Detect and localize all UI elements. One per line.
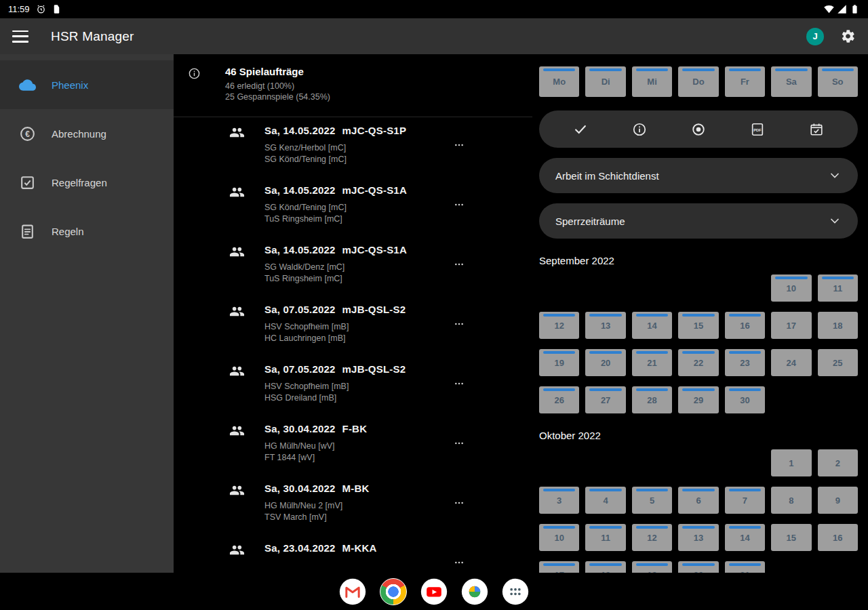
calendar-day-button[interactable]: 20	[585, 349, 625, 376]
calendar-day-button[interactable]: 22	[678, 349, 718, 376]
calendar-day-button[interactable]: 18	[585, 561, 625, 573]
calendar-day-button[interactable]: 15	[678, 312, 718, 339]
calendar-day-button[interactable]: 12	[632, 524, 672, 551]
calendar-day-label: 15	[694, 321, 703, 331]
calendar-day-label: 28	[647, 395, 656, 405]
info-icon[interactable]	[632, 122, 647, 137]
game-list-item[interactable]: Sa, 07.05.2022mJB-QSL-S2HSV Schopfheim […	[174, 356, 539, 415]
overflow-menu-icon[interactable]	[452, 199, 467, 210]
group-icon	[229, 542, 245, 558]
calendar-check-icon[interactable]	[809, 122, 824, 137]
calendar-day-button[interactable]: 21	[725, 561, 765, 573]
calendar-day-label: 10	[554, 533, 564, 543]
calendar-day-button[interactable]: 6	[678, 487, 718, 514]
weekday-button-sa[interactable]: Sa	[771, 66, 811, 97]
game-list-item[interactable]: Sa, 14.05.2022mJC-QS-S1ASG Waldk/Denz [m…	[174, 237, 539, 296]
calendar-day-button[interactable]: 11	[818, 274, 858, 302]
weekday-button-do[interactable]: Do	[678, 66, 718, 97]
calendar-day-button[interactable]: 16	[725, 312, 765, 339]
game-code: mJC-QS-S1A	[342, 244, 407, 256]
calendar-empty-cell	[632, 449, 672, 476]
sidebar-item-pheenix[interactable]: Pheenix	[0, 60, 174, 109]
calendar-day-button[interactable]: 25	[818, 349, 858, 376]
calendar-day-button[interactable]: 13	[585, 312, 625, 339]
game-list-item[interactable]: Sa, 30.04.2022F-BKHG Mülh/Neu [wV]FT 184…	[174, 415, 539, 475]
menu-icon[interactable]	[12, 30, 28, 43]
youtube-icon[interactable]	[420, 578, 448, 605]
calendar-day-button[interactable]: 15	[771, 524, 811, 551]
game-list-item[interactable]: Sa, 07.05.2022mJB-QSL-S2HSV Schopfheim […	[174, 296, 539, 356]
dropdown-schichtdienst[interactable]: Arbeit im Schichtdienst	[539, 158, 858, 193]
calendar-day-button[interactable]: 20	[678, 561, 718, 573]
calendar-day-button[interactable]: 23	[725, 349, 765, 376]
calendar-empty-cell	[678, 274, 718, 302]
game-code: M-KKA	[342, 542, 377, 554]
calendar-day-button[interactable]: 10	[771, 274, 811, 302]
game-code: M-BK	[342, 483, 370, 494]
calendar-day-button[interactable]: 9	[818, 487, 858, 514]
calendar-day-button[interactable]: 21	[632, 349, 672, 376]
weekday-button-so[interactable]: So	[818, 66, 858, 97]
photos-icon[interactable]	[461, 578, 488, 605]
weekday-button-mi[interactable]: Mi	[632, 66, 672, 97]
gmail-icon[interactable]	[339, 578, 366, 605]
overflow-menu-icon[interactable]	[452, 497, 467, 508]
weekday-button-mo[interactable]: Mo	[539, 66, 579, 97]
calendar-day-button[interactable]: 12	[539, 312, 579, 339]
calendar-day-button[interactable]: 11	[585, 524, 625, 551]
calendar-empty-cell	[771, 386, 811, 413]
calendar-day-button[interactable]: 19	[632, 561, 672, 573]
game-list-item[interactable]: Sa, 14.05.2022mJC-QS-S1ASG Könd/Tening […	[174, 177, 539, 237]
dropdown-sperrzeitraeume[interactable]: Sperrzeiträume	[539, 203, 858, 239]
calendar-day-button[interactable]: 5	[632, 487, 672, 514]
calendar-day-button[interactable]: 17	[539, 561, 579, 573]
calendar-day-button[interactable]: 17	[771, 312, 811, 339]
gear-icon[interactable]	[840, 28, 856, 44]
weekday-button-fr[interactable]: Fr	[725, 66, 765, 97]
calendar-day-label: 11	[601, 533, 610, 543]
overflow-menu-icon[interactable]	[452, 319, 467, 329]
calendar-day-label: 20	[601, 358, 610, 368]
calendar-day-button[interactable]: 27	[585, 386, 625, 413]
calendar-day-button[interactable]: 18	[818, 312, 858, 339]
calendar-day-button[interactable]: 2	[818, 449, 858, 476]
calendar-day-label: 14	[647, 321, 656, 331]
overflow-menu-icon[interactable]	[452, 140, 467, 150]
calendar-day-button[interactable]: 1	[771, 449, 811, 476]
sidebar-item-regelfragen[interactable]: Regelfragen	[0, 158, 174, 207]
game-list-item[interactable]: Sa, 14.05.2022mJC-QS-S1PSG Kenz/Herbol […	[174, 117, 539, 177]
calendar-day-button[interactable]: 3	[539, 487, 579, 514]
avatar[interactable]: J	[806, 28, 824, 45]
pdf-icon[interactable]: PDF	[750, 122, 765, 137]
sidebar: Pheenix€AbrechnungRegelfragenRegeln	[0, 54, 174, 573]
calendar-day-button[interactable]: 29	[678, 386, 718, 413]
sidebar-item-abrechnung[interactable]: €Abrechnung	[0, 109, 174, 158]
sidebar-item-regeln[interactable]: Regeln	[0, 207, 174, 256]
calendar-day-button[interactable]: 13	[678, 524, 718, 551]
calendar-day-button[interactable]: 24	[771, 349, 811, 376]
app-drawer-icon[interactable]	[502, 578, 529, 605]
calendar-day-button[interactable]: 19	[539, 349, 579, 376]
calendar-day-button[interactable]: 10	[539, 524, 579, 551]
group-icon	[229, 304, 245, 319]
calendar-day-button[interactable]: 26	[539, 386, 579, 413]
overflow-menu-icon[interactable]	[452, 259, 467, 270]
calendar-day-button[interactable]: 7	[725, 487, 765, 514]
calendar-day-button[interactable]: 14	[632, 312, 672, 339]
calendar-day-button[interactable]: 14	[725, 524, 765, 551]
calendar-day-button[interactable]: 28	[632, 386, 672, 413]
calendar-day-button[interactable]: 4	[585, 487, 625, 514]
chrome-icon[interactable]	[380, 578, 407, 605]
calendar-day-button[interactable]: 16	[818, 524, 858, 551]
weekday-button-di[interactable]: Di	[585, 66, 625, 97]
overflow-menu-icon[interactable]	[452, 378, 467, 389]
overflow-menu-icon[interactable]	[452, 557, 467, 568]
record-icon[interactable]	[691, 122, 706, 137]
check-icon[interactable]	[573, 122, 588, 137]
calendar-day-button[interactable]: 8	[771, 487, 811, 514]
game-list-item[interactable]: Sa, 30.04.2022M-BKHG Mülh/Neu 2 [mV]TSV …	[174, 475, 539, 535]
calendar-day-button[interactable]: 30	[725, 386, 765, 413]
calendar-day-label: 10	[787, 283, 796, 293]
overflow-menu-icon[interactable]	[452, 438, 467, 449]
game-list-item[interactable]: Sa, 23.04.2022M-KKA	[174, 535, 539, 573]
